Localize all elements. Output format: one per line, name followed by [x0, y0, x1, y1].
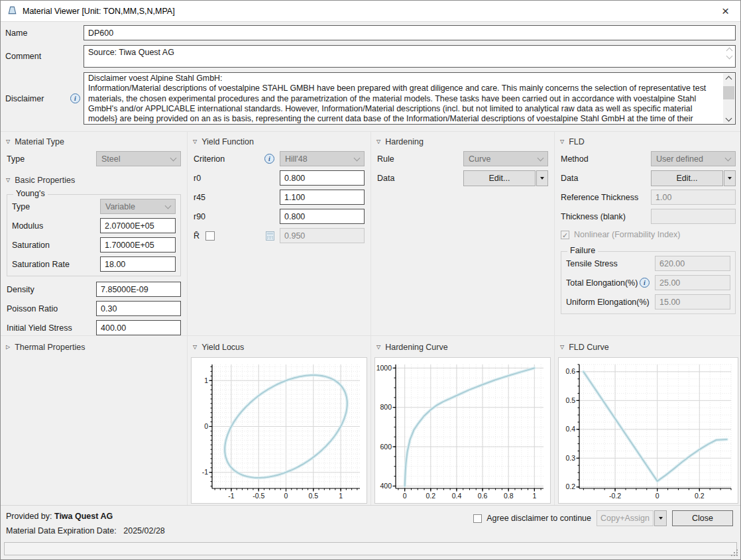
density-label: Density — [7, 285, 96, 294]
hardening-edit-dropdown[interactable] — [536, 170, 548, 186]
youngs-type-dropdown: Variable — [100, 199, 176, 214]
name-input[interactable]: DP600 — [84, 25, 736, 40]
main-grid: ▽ Material Type Type Steel ▽ Basic Prope… — [1, 131, 740, 505]
svg-text:0.6: 0.6 — [478, 492, 488, 500]
name-label: Name — [5, 28, 84, 38]
svg-text:0.4: 0.4 — [452, 492, 462, 500]
modulus-label: Modulus — [12, 221, 100, 231]
svg-text:0.6: 0.6 — [565, 367, 575, 375]
saturation-rate-label: Saturation Rate — [12, 260, 100, 269]
material-icon — [7, 5, 17, 17]
svg-text:0.3: 0.3 — [565, 454, 575, 462]
method-label: Method — [561, 154, 651, 164]
collapse-right-icon: ▷ — [6, 345, 10, 350]
svg-text:0: 0 — [204, 422, 208, 430]
hardening-rule-dropdown: Curve — [463, 151, 548, 166]
disclaimer-textarea[interactable]: Disclaimer voest Alpine Stahl GmbH: Info… — [84, 72, 736, 125]
youngs-type-label: Type — [12, 202, 100, 211]
density-input[interactable]: 7.85000E-09 — [96, 282, 181, 297]
criterion-info-icon[interactable]: i — [264, 154, 274, 164]
caret-down-icon — [659, 517, 663, 520]
criterion-dropdown: Hill'48 — [280, 151, 365, 166]
comment-scrollbar[interactable] — [724, 46, 734, 58]
expiration-value: 2025/02/28 — [123, 526, 165, 535]
scroll-up-button[interactable] — [723, 74, 734, 84]
nonlinear-label: Nonlinear (Formability Index) — [574, 230, 736, 239]
expiration-date: Material Data Expiration Date: 2025/02/2… — [6, 526, 165, 535]
comment-label: Comment — [5, 52, 84, 61]
svg-text:0.5: 0.5 — [565, 396, 575, 404]
svg-text:1: 1 — [204, 376, 208, 384]
svg-text:-1: -1 — [202, 468, 208, 476]
rbar-input: 0.950 — [280, 228, 365, 243]
saturation-label: Saturation — [12, 241, 100, 250]
provider-name: Tiwa Quest AG — [54, 512, 113, 521]
disclaimer-label: Disclaimer i — [5, 93, 84, 103]
resize-grip-icon[interactable] — [731, 549, 738, 556]
close-button[interactable]: Close — [672, 510, 733, 526]
svg-text:400: 400 — [380, 482, 392, 490]
scroll-down-icon — [726, 53, 732, 60]
type-label: Type — [7, 154, 96, 164]
r0-input[interactable]: 0.800 — [280, 170, 365, 186]
failure-group-label: Failure — [567, 247, 598, 255]
initial-yield-stress-label: Initial Yield Stress — [7, 323, 96, 333]
total-elongation-info-icon[interactable]: i — [640, 278, 650, 288]
agree-disclaimer-checkbox[interactable] — [473, 514, 482, 523]
section-hardening[interactable]: ▽ Hardening — [371, 133, 554, 149]
disclaimer-scrollbar[interactable] — [723, 74, 734, 123]
svg-text:0.2: 0.2 — [426, 492, 436, 500]
section-yield-function[interactable]: ▽ Yield Function — [188, 133, 370, 149]
modulus-input[interactable]: 2.07000E+05 — [100, 218, 176, 233]
r45-input[interactable]: 1.100 — [280, 190, 365, 205]
scroll-thumb[interactable] — [723, 86, 734, 99]
r90-input[interactable]: 0.800 — [280, 209, 365, 224]
r90-label: r90 — [194, 212, 280, 221]
comment-input[interactable]: Source: Tiwa Quest AG — [84, 45, 736, 68]
fld-edit-dropdown[interactable] — [724, 170, 736, 186]
hardening-data-label: Data — [377, 174, 463, 183]
section-thermal-properties[interactable]: ▷ Thermal Properties — [1, 336, 187, 355]
collapse-down-icon: ▽ — [193, 345, 197, 350]
fld-edit-button[interactable]: Edit... — [651, 170, 723, 186]
disclaimer-info-icon[interactable]: i — [70, 93, 80, 103]
poisson-ratio-input[interactable]: 0.30 — [96, 301, 181, 316]
section-material-type[interactable]: ▽ Material Type — [1, 133, 187, 149]
total-elongation-input: 25.00 — [655, 275, 730, 290]
caret-down-icon — [728, 177, 732, 180]
r0-label: r0 — [194, 174, 280, 183]
section-basic-properties[interactable]: ▽ Basic Properties — [1, 172, 187, 188]
top-form: Name DP600 Comment Source: Tiwa Quest AG… — [1, 22, 740, 131]
scroll-down-button[interactable] — [723, 113, 734, 123]
section-hardening-curve[interactable]: ▽ Hardening Curve — [371, 336, 554, 355]
svg-text:0.2: 0.2 — [695, 492, 705, 500]
svg-text:0.2: 0.2 — [565, 482, 575, 490]
rbar-checkbox[interactable] — [205, 231, 215, 241]
footer: Provided by: Tiwa Quest AG Material Data… — [1, 505, 740, 541]
chevron-down-icon — [354, 155, 361, 162]
calculator-icon — [266, 231, 274, 241]
column-hardening: ▽ Hardening Rule Curve Data Edit... ▽ — [370, 132, 554, 505]
fld-curve-chart: -0.200.20.20.30.40.50.6 — [558, 357, 738, 504]
tensile-stress-input: 620.00 — [655, 256, 730, 271]
section-fld[interactable]: ▽ FLD — [555, 133, 741, 149]
yield-locus-chart: -1-0.500.51-101 — [191, 357, 367, 504]
criterion-label: Criterion — [194, 154, 264, 164]
hardening-edit-button[interactable]: Edit... — [463, 170, 536, 186]
collapse-down-icon: ▽ — [376, 139, 380, 144]
rule-label: Rule — [377, 154, 463, 164]
scroll-track[interactable] — [723, 84, 734, 113]
youngs-groupbox: Young's Type Variable Modulus 2.07000E+0… — [7, 194, 181, 276]
svg-text:0.4: 0.4 — [565, 425, 575, 433]
saturation-rate-input[interactable]: 18.00 — [100, 256, 176, 272]
close-icon[interactable]: × — [711, 1, 740, 21]
agree-disclaimer-label: Agree disclaimer to continue — [486, 514, 591, 523]
chevron-down-icon — [725, 155, 732, 162]
copy-assign-dropdown[interactable] — [654, 510, 667, 526]
section-fld-curve[interactable]: ▽ FLD Curve — [555, 336, 741, 355]
section-yield-locus[interactable]: ▽ Yield Locus — [188, 336, 370, 355]
saturation-input[interactable]: 1.70000E+05 — [100, 237, 176, 252]
reference-thickness-input: 1.00 — [651, 190, 736, 205]
initial-yield-stress-input[interactable]: 400.00 — [96, 320, 181, 335]
thickness-blank-label: Thickness (blank) — [561, 212, 651, 221]
